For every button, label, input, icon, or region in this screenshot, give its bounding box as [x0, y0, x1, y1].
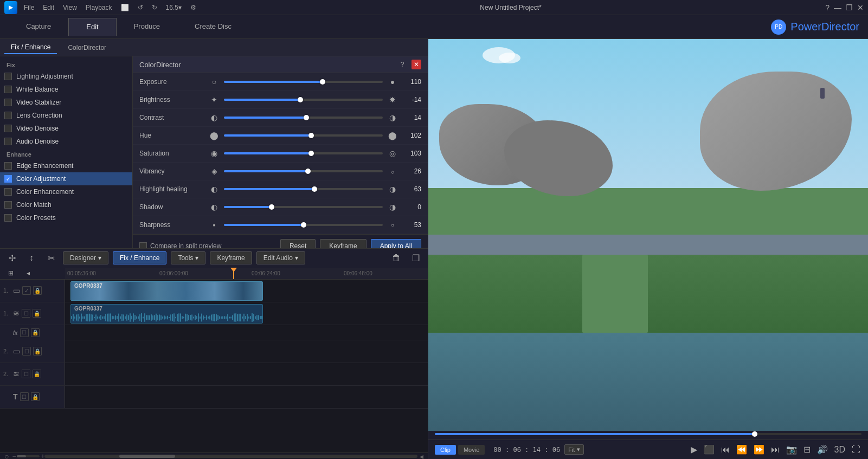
tool-split[interactable]: ↕ — [24, 250, 39, 266]
slider-track-5[interactable] — [224, 170, 383, 172]
3d-btn[interactable]: 3D — [833, 444, 846, 456]
track-check1[interactable]: ✓ — [22, 286, 31, 295]
sidebar-item-video-denoise[interactable]: Video Denoise — [0, 122, 132, 135]
slider-track-3[interactable] — [224, 134, 383, 137]
sidebar-item-edge-enhancement[interactable]: Edge Enhancement — [0, 159, 132, 172]
tab-color-director[interactable]: ColorDirector — [61, 42, 113, 54]
menu-settings[interactable]: ⚙ — [190, 4, 196, 11]
menu-playback[interactable]: Playback — [86, 4, 112, 11]
scroll-left-btn[interactable]: ○ — [4, 452, 9, 460]
reset-btn[interactable]: Reset — [280, 239, 316, 248]
duplicate-btn[interactable]: ❐ — [408, 250, 423, 266]
track-check2[interactable]: ☐ — [22, 347, 31, 355]
zoom-out-btn[interactable]: − — [12, 452, 16, 460]
sidebar-item-color-match[interactable]: Color Match — [0, 198, 132, 211]
maximize-btn[interactable]: ❐ — [846, 3, 853, 12]
apply-all-btn[interactable]: Apply to All — [371, 239, 421, 248]
track-lock2[interactable]: 🔒 — [33, 347, 42, 355]
checkbox-color-enhancement[interactable] — [4, 188, 12, 196]
video-clip-1[interactable]: GOPR0337 — [70, 281, 263, 301]
checkbox-lighting[interactable] — [4, 73, 12, 80]
checkbox-video-stabilizer[interactable] — [4, 99, 12, 106]
close-btn[interactable]: ✕ — [857, 3, 864, 12]
tool-cut[interactable]: ✂ — [43, 250, 59, 266]
sidebar-item-audio-denoise[interactable]: Audio Denoise — [0, 135, 132, 148]
track-lock-fx[interactable]: 🔒 — [31, 328, 40, 337]
menu-extra1[interactable]: ⬜ — [121, 4, 129, 11]
menu-redo[interactable]: ↻ — [152, 4, 157, 11]
sidebar-item-lens-correction[interactable]: Lens Correction — [0, 109, 132, 122]
designer-btn[interactable]: Designer ▾ — [63, 251, 108, 264]
preview-progress[interactable] — [435, 433, 861, 435]
compare-check[interactable] — [139, 242, 147, 248]
zoom-slider[interactable] — [17, 455, 40, 457]
checkbox-color-match[interactable] — [4, 201, 12, 209]
help-dialog-btn[interactable]: ? — [397, 60, 407, 69]
minimize-btn[interactable]: — — [834, 3, 841, 12]
checkbox-edge-enhancement[interactable] — [4, 162, 12, 170]
checkbox-lens-correction[interactable] — [4, 112, 12, 119]
tab-edit[interactable]: Edit — [68, 18, 116, 36]
fullscreen-btn[interactable]: ⛶ — [851, 444, 861, 456]
tab-createdisc[interactable]: Create Disc — [177, 18, 249, 36]
prev-btn[interactable]: ⏪ — [735, 443, 748, 456]
slider-track-4[interactable] — [224, 152, 383, 154]
stop-btn[interactable]: ⬛ — [703, 443, 716, 456]
tl-scroll-track[interactable] — [44, 455, 417, 458]
tools-btn[interactable]: Tools ▾ — [171, 251, 205, 264]
zoom-in-btn[interactable]: + — [41, 452, 44, 460]
close-dialog-btn[interactable]: ✕ — [412, 60, 421, 69]
split-btn[interactable]: ⊟ — [802, 443, 812, 456]
scroll-right-btn[interactable]: ◂ — [420, 452, 423, 460]
checkbox-color-presets[interactable] — [4, 214, 12, 222]
tab-clip[interactable]: Clip — [435, 445, 456, 455]
audio-clip-1[interactable]: GOPR0337 — [70, 304, 263, 324]
menu-extra2[interactable]: 16.5▾ — [166, 4, 182, 11]
slider-track-8[interactable] — [224, 224, 383, 226]
checkbox-video-denoise[interactable] — [4, 125, 12, 132]
keyframe-btn[interactable]: Keyframe — [320, 239, 366, 248]
ruler-arrow-btn[interactable]: ◂ — [21, 268, 36, 280]
sidebar-item-lighting[interactable]: Lighting Adjustment — [0, 70, 132, 83]
prev-frame-btn[interactable]: ⏮ — [720, 444, 731, 456]
track-lock1[interactable]: 🔒 — [33, 286, 42, 295]
track-lock1a[interactable]: 🔒 — [33, 309, 41, 318]
keyframe-tl-btn[interactable]: Keyframe — [210, 251, 252, 264]
menu-file[interactable]: File — [24, 4, 34, 11]
track-content-video1[interactable]: GOPR0337 — [65, 280, 428, 302]
next-frame-btn[interactable]: ⏭ — [770, 444, 781, 456]
tab-movie[interactable]: Movie — [458, 445, 485, 455]
slider-track-6[interactable] — [224, 188, 383, 190]
help-btn[interactable]: ? — [825, 3, 830, 12]
playhead[interactable] — [233, 268, 234, 279]
slider-track-2[interactable] — [224, 117, 383, 119]
sidebar-item-video-stabilizer[interactable]: Video Stabilizer — [0, 96, 132, 109]
tab-produce[interactable]: Produce — [117, 18, 177, 36]
fit-dropdown[interactable]: Fit ▾ — [564, 444, 584, 455]
sidebar-item-color-presets[interactable]: Color Presets — [0, 211, 132, 224]
ruler-zoom-btn[interactable]: ⊞ — [3, 268, 18, 280]
slider-track-1[interactable] — [224, 99, 383, 101]
tab-capture[interactable]: Capture — [9, 18, 68, 36]
delete-btn[interactable]: 🗑 — [389, 250, 404, 266]
track-lock-t[interactable]: 🔒 — [31, 392, 40, 401]
edit-audio-btn[interactable]: Edit Audio ▾ — [256, 251, 305, 264]
snapshot-btn[interactable]: 📷 — [785, 443, 798, 456]
compare-checkbox[interactable]: Compare in split preview — [139, 242, 221, 248]
fix-enhance-btn[interactable]: Fix / Enhance — [113, 251, 166, 264]
sidebar-item-color-adjustment[interactable]: Color Adjustment — [0, 172, 132, 185]
play-btn[interactable]: ▶ — [690, 443, 698, 456]
track-check1a[interactable]: ☐ — [22, 309, 30, 318]
tool-move[interactable]: ✢ — [4, 250, 20, 266]
menu-undo[interactable]: ↺ — [138, 4, 143, 11]
tab-fix-enhance[interactable]: Fix / Enhance — [4, 41, 57, 54]
track-lock2a[interactable]: 🔒 — [33, 370, 41, 378]
sidebar-item-color-enhancement[interactable]: Color Enhancement — [0, 185, 132, 198]
audio-btn[interactable]: 🔊 — [816, 443, 829, 456]
menu-edit[interactable]: Edit — [43, 4, 54, 11]
next-btn[interactable]: ⏩ — [753, 443, 766, 456]
sidebar-item-white-balance[interactable]: White Balance — [0, 83, 132, 96]
slider-track-7[interactable] — [224, 206, 383, 208]
track-content-audio1[interactable]: GOPR0337 — [65, 302, 428, 325]
track-check2a[interactable]: ☐ — [22, 370, 30, 378]
